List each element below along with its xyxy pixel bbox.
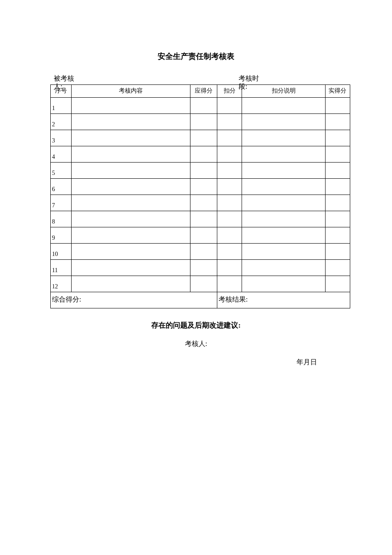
cell-deduct xyxy=(217,130,242,146)
assessment-table-container: 序号 考核内容 应得分 扣分 扣分说明 实得分 123456789101112 … xyxy=(50,84,350,308)
document-page: 安全生产责任制考核表 被考核 人: 考核时 段: 序号 考核内容 xyxy=(0,0,392,367)
cell-seq: 2 xyxy=(51,114,72,130)
date-label: 年月日 xyxy=(50,358,342,367)
assessment-table: 序号 考核内容 应得分 扣分 扣分说明 实得分 123456789101112 … xyxy=(50,84,350,308)
table-row: 12 xyxy=(51,276,350,292)
cell-actual xyxy=(325,130,350,146)
cell-expected xyxy=(190,260,217,276)
cell-actual xyxy=(325,260,350,276)
cell-explain xyxy=(242,146,326,163)
cell-expected xyxy=(190,195,217,211)
cell-seq: 12 xyxy=(51,276,72,292)
cell-content xyxy=(71,211,190,227)
cell-explain xyxy=(242,130,326,146)
cell-actual xyxy=(325,179,350,195)
cell-content xyxy=(71,163,190,179)
cell-expected xyxy=(190,227,217,244)
assessed-person-line2: 人: xyxy=(54,83,62,90)
cell-content xyxy=(71,98,190,114)
cell-explain xyxy=(242,179,326,195)
cell-seq: 6 xyxy=(51,179,72,195)
assessor-label: 考核人: xyxy=(50,340,342,349)
table-row: 11 xyxy=(51,260,350,276)
cell-actual xyxy=(325,114,350,130)
cell-explain xyxy=(242,276,326,292)
cell-content xyxy=(71,260,190,276)
cell-actual xyxy=(325,227,350,244)
cell-content xyxy=(71,227,190,244)
cell-expected xyxy=(190,276,217,292)
suggestion-heading: 存在的问题及后期改进建议: xyxy=(50,320,342,330)
table-row: 1 xyxy=(51,98,350,114)
cell-actual xyxy=(325,276,350,292)
summary-row: 综合得分: 考核结果: xyxy=(51,292,350,308)
cell-expected xyxy=(190,146,217,163)
cell-explain xyxy=(242,211,326,227)
cell-deduct xyxy=(217,276,242,292)
cell-expected xyxy=(190,211,217,227)
cell-content xyxy=(71,146,190,163)
cell-explain xyxy=(242,260,326,276)
cell-actual xyxy=(325,244,350,260)
cell-deduct xyxy=(217,163,242,179)
cell-explain xyxy=(242,195,326,211)
cell-explain xyxy=(242,244,326,260)
cell-content xyxy=(71,130,190,146)
cell-deduct xyxy=(217,244,242,260)
cell-seq: 4 xyxy=(51,146,72,163)
table-row: 2 xyxy=(51,114,350,130)
table-row: 9 xyxy=(51,227,350,244)
cell-seq: 8 xyxy=(51,211,72,227)
result-cell: 考核结果: xyxy=(217,292,350,308)
cell-deduct xyxy=(217,260,242,276)
cell-content xyxy=(71,195,190,211)
cell-seq: 7 xyxy=(51,195,72,211)
cell-deduct xyxy=(217,211,242,227)
table-row: 6 xyxy=(51,179,350,195)
total-score-cell: 综合得分: xyxy=(51,292,217,308)
cell-expected xyxy=(190,98,217,114)
cell-content xyxy=(71,179,190,195)
cell-seq: 1 xyxy=(51,98,72,114)
cell-seq: 11 xyxy=(51,260,72,276)
cell-content xyxy=(71,276,190,292)
cell-deduct xyxy=(217,179,242,195)
cell-deduct xyxy=(217,98,242,114)
cell-seq: 10 xyxy=(51,244,72,260)
cell-explain xyxy=(242,98,326,114)
table-row: 5 xyxy=(51,163,350,179)
assessed-person-label: 被考核 人: xyxy=(54,74,74,90)
cell-deduct xyxy=(217,114,242,130)
cell-explain xyxy=(242,227,326,244)
cell-seq: 5 xyxy=(51,163,72,179)
cell-actual xyxy=(325,163,350,179)
cell-content xyxy=(71,114,190,130)
table-row: 7 xyxy=(51,195,350,211)
cell-seq: 3 xyxy=(51,130,72,146)
cell-deduct xyxy=(217,146,242,163)
cell-deduct xyxy=(217,195,242,211)
period-line2: 段: xyxy=(239,83,247,90)
page-title: 安全生产责任制考核表 xyxy=(50,51,342,61)
cell-actual xyxy=(325,211,350,227)
assessment-period-label: 考核时 段: xyxy=(239,74,259,90)
table-row: 3 xyxy=(51,130,350,146)
table-row: 8 xyxy=(51,211,350,227)
cell-actual xyxy=(325,195,350,211)
table-row: 4 xyxy=(51,146,350,163)
cell-expected xyxy=(190,114,217,130)
cell-deduct xyxy=(217,227,242,244)
cell-explain xyxy=(242,114,326,130)
cell-expected xyxy=(190,163,217,179)
table-row: 10 xyxy=(51,244,350,260)
cell-content xyxy=(71,244,190,260)
cell-expected xyxy=(190,244,217,260)
meta-row: 被考核 人: 考核时 段: xyxy=(50,74,342,90)
cell-actual xyxy=(325,98,350,114)
cell-expected xyxy=(190,179,217,195)
cell-explain xyxy=(242,163,326,179)
cell-expected xyxy=(190,130,217,146)
period-line1: 考核时 xyxy=(239,75,259,82)
cell-seq: 9 xyxy=(51,227,72,244)
assessed-person-line1: 被考核 xyxy=(54,75,74,82)
